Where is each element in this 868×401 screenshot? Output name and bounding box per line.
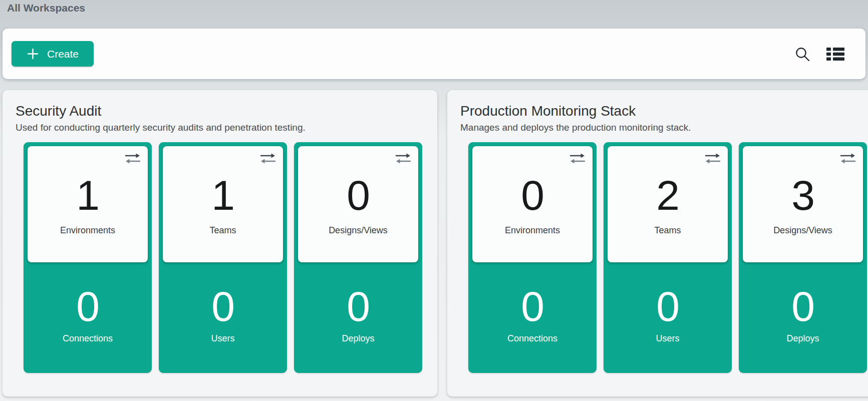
tile-top-value: 1 bbox=[211, 174, 234, 216]
tile-top-label: Teams bbox=[209, 225, 236, 236]
page-title: All Workspaces bbox=[0, 0, 868, 15]
tile-bottom-label: Users bbox=[211, 333, 234, 344]
tile-top-value: 0 bbox=[521, 174, 544, 216]
create-button[interactable]: Create bbox=[12, 41, 94, 67]
tile-bottom-value: 0 bbox=[211, 285, 234, 327]
swap-arrows-icon[interactable] bbox=[569, 152, 586, 167]
stat-tiles-row: 0 Environments 0 Connections bbox=[468, 142, 867, 373]
tile-top-label: Teams bbox=[654, 225, 681, 236]
swap-arrows-icon[interactable] bbox=[704, 152, 721, 167]
workspace-description: Used for conducting quarterly security a… bbox=[16, 122, 422, 133]
stat-tile-teams[interactable]: 1 Teams 0 Users bbox=[159, 142, 287, 373]
tile-bottom-value: 0 bbox=[521, 285, 544, 327]
stat-tile-top: 1 Environments bbox=[28, 146, 148, 262]
stat-tile-environments[interactable]: 1 Environments 0 Connections bbox=[24, 142, 152, 373]
stat-tile-designs-views[interactable]: 3 Designs/Views 0 Deploys bbox=[739, 142, 867, 373]
stat-tile-bottom: 0 Deploys bbox=[298, 262, 418, 373]
stat-tile-bottom: 0 Connections bbox=[472, 262, 593, 373]
swap-arrows-icon[interactable] bbox=[259, 152, 276, 167]
tile-top-value: 1 bbox=[76, 174, 99, 216]
stat-tiles-row: 1 Environments 0 Connections bbox=[24, 142, 422, 373]
swap-arrows-icon[interactable] bbox=[124, 152, 141, 167]
stat-tile-designs-views[interactable]: 0 Designs/Views 0 Deploys bbox=[294, 142, 422, 373]
tile-bottom-label: Deploys bbox=[786, 333, 819, 344]
tile-top-value: 3 bbox=[791, 174, 814, 216]
list-view-icon[interactable] bbox=[825, 46, 845, 63]
tile-top-label: Environments bbox=[60, 225, 115, 236]
tile-bottom-label: Connections bbox=[507, 333, 557, 344]
tile-bottom-value: 0 bbox=[347, 285, 370, 327]
tile-bottom-label: Deploys bbox=[342, 333, 374, 344]
plus-icon bbox=[27, 48, 39, 60]
stat-tile-top: 1 Teams bbox=[163, 146, 283, 262]
swap-arrows-icon[interactable] bbox=[839, 152, 856, 167]
workspace-card-security-audit[interactable]: Security Audit Used for conducting quart… bbox=[3, 90, 437, 396]
tile-top-label: Designs/Views bbox=[329, 225, 388, 236]
search-icon[interactable] bbox=[793, 45, 811, 63]
stat-tile-top: 2 Teams bbox=[608, 146, 728, 262]
tile-top-label: Environments bbox=[505, 225, 560, 236]
tile-bottom-value: 0 bbox=[76, 285, 99, 327]
tile-top-label: Designs/Views bbox=[773, 225, 832, 236]
stat-tile-bottom: 0 Users bbox=[608, 262, 728, 373]
stat-tile-bottom: 0 Connections bbox=[28, 262, 148, 373]
tile-top-value: 0 bbox=[347, 174, 370, 216]
tile-bottom-value: 0 bbox=[791, 285, 814, 327]
stat-tile-top: 3 Designs/Views bbox=[743, 146, 863, 262]
tile-top-value: 2 bbox=[656, 174, 679, 216]
toolbar: Create bbox=[3, 29, 865, 79]
stat-tile-top: 0 Designs/Views bbox=[298, 146, 418, 262]
toolbar-icons bbox=[793, 45, 845, 63]
stat-tile-top: 0 Environments bbox=[472, 146, 593, 262]
workspace-description: Manages and deploys the production monit… bbox=[460, 122, 867, 133]
create-button-label: Create bbox=[47, 48, 79, 60]
tile-bottom-value: 0 bbox=[656, 285, 679, 327]
tile-bottom-label: Connections bbox=[63, 333, 113, 344]
stat-tile-bottom: 0 Deploys bbox=[743, 262, 863, 373]
stat-tile-bottom: 0 Users bbox=[163, 262, 283, 373]
tile-bottom-label: Users bbox=[656, 333, 679, 344]
swap-arrows-icon[interactable] bbox=[395, 152, 412, 167]
stat-tile-teams[interactable]: 2 Teams 0 Users bbox=[604, 142, 732, 373]
workspaces-row: Security Audit Used for conducting quart… bbox=[3, 90, 865, 396]
workspace-card-production-monitoring-stack[interactable]: Production Monitoring Stack Manages and … bbox=[447, 90, 868, 396]
stat-tile-environments[interactable]: 0 Environments 0 Connections bbox=[468, 142, 597, 373]
workspace-title: Security Audit bbox=[16, 103, 422, 119]
workspace-title: Production Monitoring Stack bbox=[460, 103, 867, 119]
